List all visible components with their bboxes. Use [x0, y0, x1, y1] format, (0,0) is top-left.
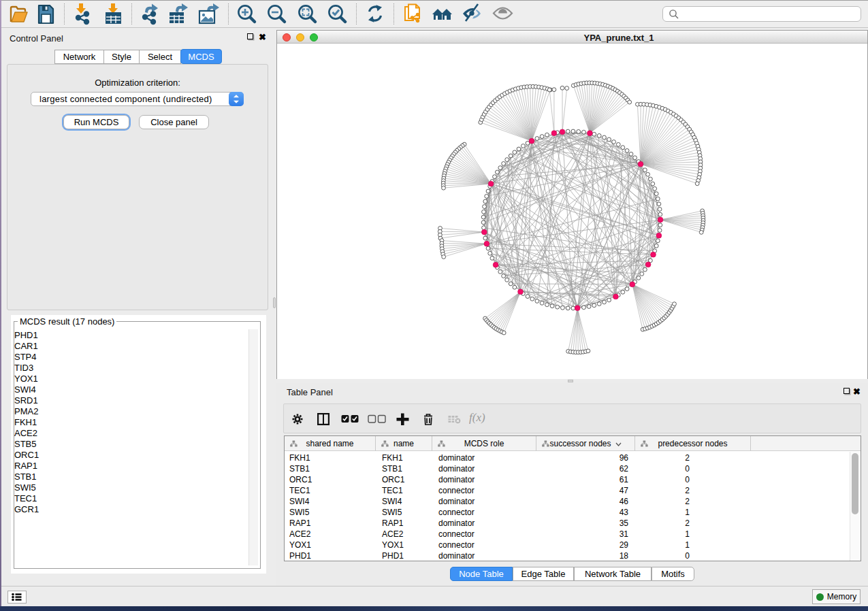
svg-text:f(x): f(x)	[469, 411, 485, 424]
